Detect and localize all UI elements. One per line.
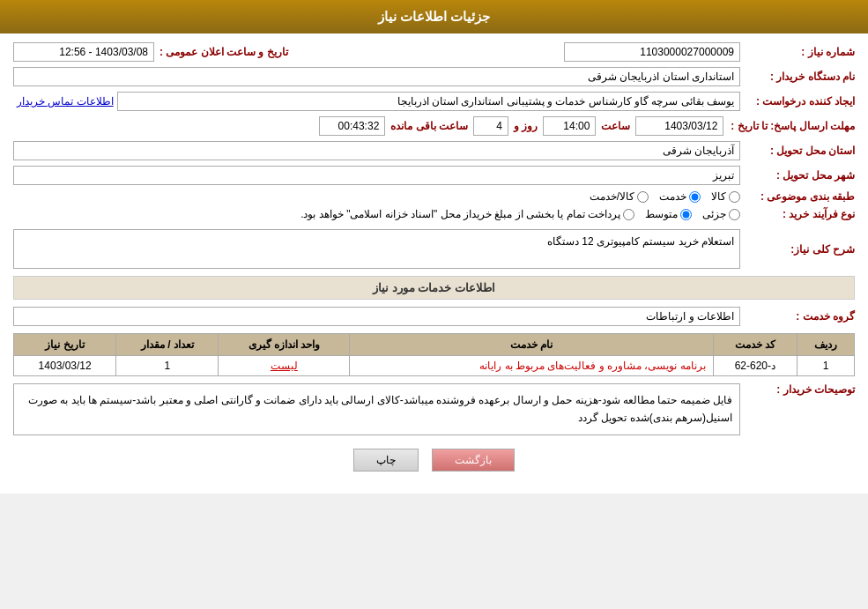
col-unit: واحد اندازه گیری bbox=[219, 334, 350, 356]
col-date: تاریخ نیاز bbox=[14, 334, 116, 356]
creator-link[interactable]: اطلاعات تماس خریدار bbox=[13, 95, 117, 108]
buyer-notes-row: توصیحات خریدار : فایل ضمیمه حتما مطالعه … bbox=[13, 383, 855, 435]
purchase-motavasset-radio[interactable] bbox=[680, 209, 692, 220]
summary-value: استعلام خرید سیستم کامپیوتری 12 دستگاه bbox=[13, 229, 740, 269]
services-section-title: اطلاعات خدمات مورد نیاز bbox=[13, 276, 855, 300]
deadline-row: مهلت ارسال پاسخ: تا تاریخ : 1403/03/12 س… bbox=[13, 116, 855, 136]
deadline-date: 1403/03/12 bbox=[635, 116, 723, 136]
summary-row: شرح کلی نیاز: استعلام خرید سیستم کامپیوت… bbox=[13, 229, 855, 269]
purchase-type-label: نوع فرآیند خرید : bbox=[740, 208, 855, 220]
buyer-notes-label: توصیحات خریدار : bbox=[740, 383, 855, 396]
category-kala-khedmat: کالا/خدمت bbox=[590, 190, 649, 203]
service-group-value: اطلاعات و ارتباطات bbox=[13, 307, 740, 326]
col-qty: تعداد / مقدار bbox=[116, 334, 219, 356]
page-header: جزئیات اطلاعات نیاز bbox=[0, 0, 868, 33]
category-kala-khedmat-label: کالا/خدمت bbox=[590, 190, 634, 203]
city-row: شهر محل تحویل : تبریز bbox=[13, 166, 855, 185]
deadline-label: مهلت ارسال پاسخ: تا تاریخ : bbox=[723, 120, 855, 132]
province-value: آذربایجان شرقی bbox=[13, 141, 740, 160]
deadline-remaining-label: ساعت باقی مانده bbox=[385, 120, 473, 132]
creator-label: ایجاد کننده درخواست : bbox=[740, 95, 855, 108]
niyaz-number-label: شماره نیاز : bbox=[740, 46, 855, 58]
service-group-label: گروه خدمت : bbox=[740, 310, 855, 323]
category-kala-label: کالا bbox=[711, 190, 726, 203]
deadline-remaining: 00:43:32 bbox=[319, 116, 385, 136]
buyer-notes-value: فایل ضمیمه حتما مطالعه شود-هزینه حمل و ا… bbox=[13, 383, 740, 435]
deadline-time-label: ساعت bbox=[596, 120, 635, 132]
category-khedmat: خدمت bbox=[659, 190, 701, 203]
creator-row: ایجاد کننده درخواست : یوسف بقائی سرچه گا… bbox=[13, 92, 855, 111]
deadline-days: 4 bbox=[473, 116, 508, 136]
niyaz-number-row: شماره نیاز : 1103000027000009 تاریخ و سا… bbox=[13, 42, 855, 62]
announce-value: 1403/03/08 - 12:56 bbox=[13, 42, 154, 62]
purchase-type-row: نوع فرآیند خرید : جزئی متوسط پرداخت تمام… bbox=[13, 208, 855, 220]
purchase-esnad: پرداخت تمام یا بخشی از مبلغ خریداز محل "… bbox=[300, 208, 634, 220]
announce-label: تاریخ و ساعت اعلان عمومی : bbox=[154, 46, 293, 58]
category-row: طبقه بندی موضوعی : کالا خدمت کالا/خدمت bbox=[13, 190, 855, 203]
purchase-jozii: جزئی bbox=[702, 208, 740, 220]
purchase-jozii-label: جزئی bbox=[702, 208, 726, 220]
category-kala-radio[interactable] bbox=[729, 191, 740, 203]
print-button[interactable]: چاپ bbox=[353, 449, 419, 472]
unit-link[interactable]: لیست bbox=[271, 360, 298, 372]
content-area: شماره نیاز : 1103000027000009 تاریخ و سا… bbox=[0, 33, 868, 494]
back-button[interactable]: بازگشت bbox=[432, 449, 515, 472]
category-label: طبقه بندی موضوعی : bbox=[740, 190, 855, 203]
purchase-motavasset-label: متوسط bbox=[645, 208, 678, 220]
service-table: ردیف کد خدمت نام خدمت واحد اندازه گیری ت… bbox=[13, 333, 855, 376]
buttons-row: بازگشت چاپ bbox=[13, 449, 855, 472]
category-khedmat-label: خدمت bbox=[659, 190, 686, 203]
purchase-esnad-radio[interactable] bbox=[623, 209, 634, 220]
purchase-esnad-label: پرداخت تمام یا بخشی از مبلغ خریداز محل "… bbox=[300, 208, 620, 220]
table-row: 1د-620-62برنامه نویسی، مشاوره و فعالیت‌ه… bbox=[14, 356, 855, 376]
city-value: تبریز bbox=[13, 166, 740, 185]
niyaz-number-value: 1103000027000009 bbox=[564, 42, 740, 62]
province-label: استان محل تحویل : bbox=[740, 145, 855, 157]
service-group-row: گروه خدمت : اطلاعات و ارتباطات bbox=[13, 307, 855, 326]
deadline-days-label: روز و bbox=[508, 120, 543, 132]
province-row: استان محل تحویل : آذربایجان شرقی bbox=[13, 141, 855, 160]
category-kala-khedmat-radio[interactable] bbox=[637, 191, 649, 203]
buyer-org-label: نام دستگاه خریدار : bbox=[740, 71, 855, 83]
col-code: کد خدمت bbox=[713, 334, 798, 356]
buyer-org-value: استانداری استان اذربایجان شرقی bbox=[13, 67, 740, 86]
purchase-type-radio-group: جزئی متوسط پرداخت تمام یا بخشی از مبلغ خ… bbox=[13, 208, 740, 220]
purchase-motavasset: متوسط bbox=[645, 208, 692, 220]
buyer-org-row: نام دستگاه خریدار : استانداری استان اذرب… bbox=[13, 67, 855, 86]
deadline-time: 14:00 bbox=[543, 116, 596, 136]
col-name: نام خدمت bbox=[350, 334, 713, 356]
city-label: شهر محل تحویل : bbox=[740, 169, 855, 182]
category-khedmat-radio[interactable] bbox=[689, 191, 701, 203]
category-kala: کالا bbox=[711, 190, 740, 203]
col-row: ردیف bbox=[798, 334, 855, 356]
category-radio-group: کالا خدمت کالا/خدمت bbox=[13, 190, 740, 203]
page-title: جزئیات اطلاعات نیاز bbox=[378, 9, 490, 24]
creator-value: یوسف بقائی سرچه گاو کارشناس خدمات و پشتی… bbox=[117, 92, 740, 111]
purchase-jozii-radio[interactable] bbox=[729, 209, 740, 220]
summary-label: شرح کلی نیاز: bbox=[740, 243, 855, 256]
main-container: جزئیات اطلاعات نیاز شماره نیاز : 1103000… bbox=[0, 0, 868, 494]
